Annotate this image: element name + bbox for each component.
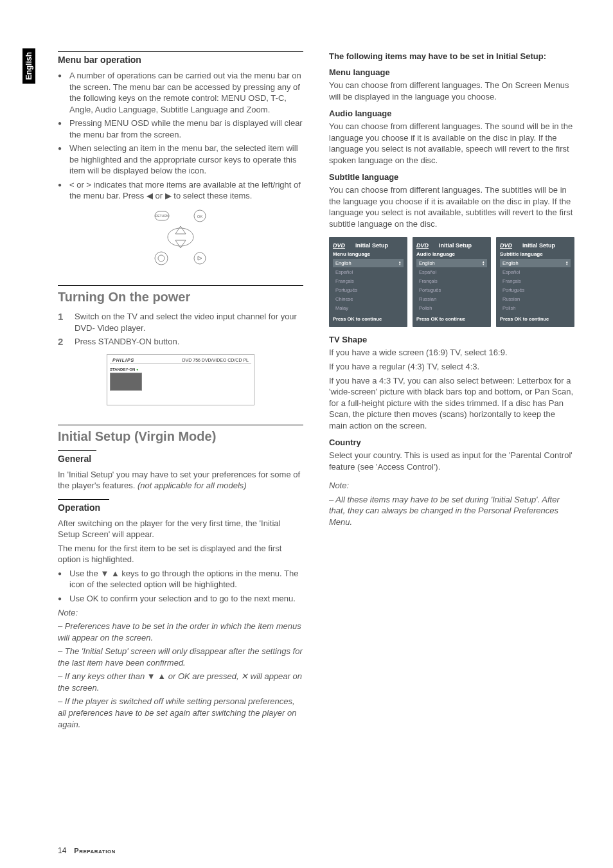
screen-header: Initial Setup <box>355 242 388 249</box>
operation-bullets: Use the ▼ ▲ keys to go through the optio… <box>58 568 303 605</box>
option-selected: English <box>416 259 487 267</box>
option: Français <box>416 277 487 285</box>
operation-text: After switching on the player for the ve… <box>58 518 303 540</box>
step-text: Press STANDBY-ON button. <box>75 336 303 348</box>
note-item: – All these items may have to be set dur… <box>329 494 574 528</box>
dvd-logo-icon: DVD <box>416 242 429 249</box>
svg-point-7 <box>194 252 206 264</box>
device-screen <box>110 373 142 391</box>
screen-header: Initial Setup <box>439 242 472 249</box>
tv-shape-text: If you have a 4:3 TV, you can also selec… <box>329 375 574 432</box>
note-label: Note: <box>58 607 303 619</box>
menu-bar-heading: Menu bar operation <box>58 55 303 65</box>
screen-footer: Press OK to continue <box>500 316 571 322</box>
setup-screen-audio: DVD Initial Setup Audio language English… <box>413 237 491 327</box>
general-text: In 'Initial Setup' you may have to set y… <box>58 469 303 492</box>
device-diagram: PHILIPS DVD 756 DVD/VIDEO CD/CD PL STAND… <box>107 354 254 405</box>
list-item: When selecting an item in the menu bar, … <box>58 143 303 177</box>
screen-footer: Press OK to continue <box>416 316 487 322</box>
device-model: DVD 756 DVD/VIDEO CD/CD PL <box>182 358 249 362</box>
country-heading: Country <box>329 438 574 447</box>
virgin-heading: Initial Setup (Virgin Mode) <box>58 429 303 444</box>
screen-title: Audio language <box>416 251 487 257</box>
svg-point-5 <box>155 252 168 265</box>
option: Russian <box>416 295 487 303</box>
option: Malay <box>333 304 404 312</box>
menu-lang-heading: Menu language <box>329 67 574 77</box>
option: Português <box>416 286 487 294</box>
menu-lang-text: You can choose from different languages.… <box>329 80 574 102</box>
screen-title: Subtitle language <box>500 251 571 257</box>
page-footer: 14 Preparation <box>58 846 116 855</box>
general-heading: General <box>58 454 303 464</box>
setup-screens: DVD Initial Setup Menu language English … <box>329 237 574 327</box>
dvd-logo-icon: DVD <box>500 242 512 249</box>
right-column: The following items may have to be set i… <box>329 51 574 732</box>
option: Español <box>500 268 571 276</box>
screen-header: Initial Setup <box>522 242 555 249</box>
note-label: Note: <box>329 480 574 492</box>
option: Español <box>333 268 404 276</box>
list-item: A number of operations can be carried ou… <box>58 70 303 115</box>
option: Português <box>500 286 571 294</box>
page-title: Preparation <box>74 847 116 855</box>
note-item: – If any keys other than ▼ ▲ or OK are p… <box>58 671 303 693</box>
note-item: – Preferences have to be set in the orde… <box>58 621 303 643</box>
tv-shape-text: If you have a regular (4:3) TV, select 4… <box>329 361 574 373</box>
list-item: Use OK to confirm your selection and to … <box>58 593 303 605</box>
page-number: 14 <box>58 846 66 855</box>
svg-text:RETURN: RETURN <box>155 214 169 218</box>
list-item: Use the ▼ ▲ keys to go through the optio… <box>58 568 303 590</box>
operation-text: The menu for the first item to be set is… <box>58 543 303 565</box>
option: Chinese <box>333 295 404 303</box>
list-item: < or > indicates that more items are ava… <box>58 179 303 202</box>
country-text: Select your country. This is used as inp… <box>329 450 574 472</box>
option: Español <box>416 268 487 276</box>
dvd-logo-icon: DVD <box>333 242 345 249</box>
list-item: Pressing MENU OSD while the menu bar is … <box>58 118 303 140</box>
left-column: Menu bar operation A number of operation… <box>58 51 303 732</box>
option: Polish <box>500 304 571 312</box>
tv-shape-text: If you have a wide screen (16:9) TV, sel… <box>329 347 574 359</box>
note-item: – The 'Initial Setup' screen will only d… <box>58 646 303 668</box>
note-item: – If the player is switched off while se… <box>58 696 303 730</box>
step-number: 2 <box>58 336 67 348</box>
option: Russian <box>500 295 571 303</box>
setup-screen-menu: DVD Initial Setup Menu language English … <box>329 237 407 327</box>
setup-screen-subtitle: DVD Initial Setup Subtitle language Engl… <box>496 237 574 327</box>
svg-point-0 <box>168 228 193 246</box>
option-selected: English <box>500 259 571 267</box>
menu-bar-list: A number of operations can be carried ou… <box>58 70 303 202</box>
screen-title: Menu language <box>333 251 404 257</box>
subtitle-lang-text: You can choose from different languages.… <box>329 184 574 229</box>
svg-point-6 <box>158 255 164 261</box>
option-selected: English <box>333 259 404 267</box>
step-text: Switch on the TV and select the video in… <box>75 311 303 333</box>
option: Polish <box>416 304 487 312</box>
following-heading: The following items may have to be set i… <box>329 51 574 61</box>
option: Français <box>333 277 404 285</box>
audio-lang-heading: Audio language <box>329 109 574 118</box>
tv-shape-heading: TV Shape <box>329 335 574 344</box>
step-number: 1 <box>58 311 67 333</box>
option: Português <box>333 286 404 294</box>
remote-diagram: RETURN OK <box>148 208 213 266</box>
device-brand: PHILIPS <box>112 358 134 362</box>
operation-heading: Operation <box>58 502 303 513</box>
audio-lang-text: You can choose from different languages.… <box>329 121 574 166</box>
svg-text:OK: OK <box>197 215 203 218</box>
screen-footer: Press OK to continue <box>333 316 404 322</box>
power-heading: Turning On the power <box>58 290 303 305</box>
option: Français <box>500 277 571 285</box>
subtitle-lang-heading: Subtitle language <box>329 172 574 182</box>
standby-label: STANDBY-ON ● <box>110 368 142 371</box>
language-tab: English <box>22 48 35 84</box>
